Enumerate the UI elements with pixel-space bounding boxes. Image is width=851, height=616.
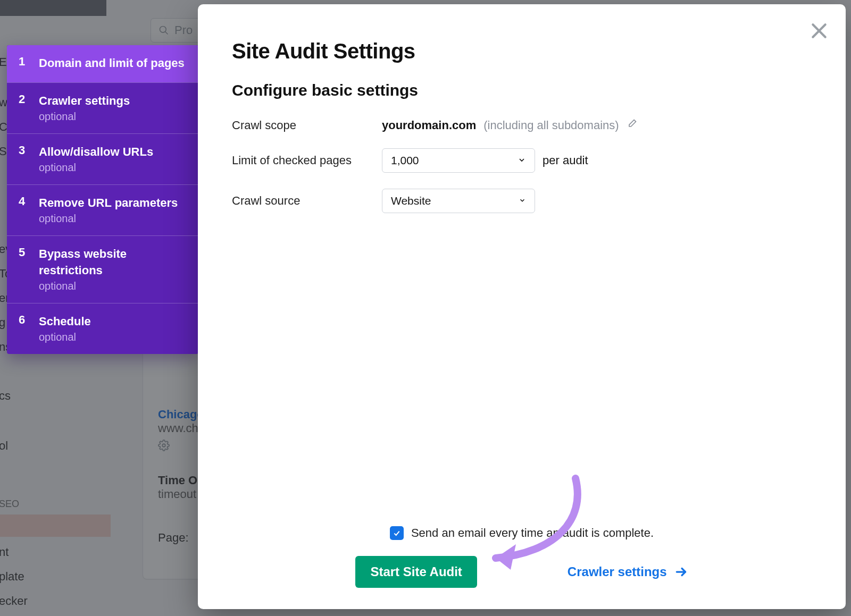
wizard-step-2[interactable]: 2 Crawler settings optional — [7, 82, 198, 133]
pencil-icon — [627, 119, 637, 129]
wizard-step-title: Bypass website restrictions — [39, 246, 188, 280]
wizard-steps: 1 Domain and limit of pages 2 Crawler se… — [7, 45, 198, 354]
wizard-step-1[interactable]: 1 Domain and limit of pages — [7, 45, 198, 82]
limit-suffix: per audit — [543, 154, 588, 167]
wizard-step-optional: optional — [39, 331, 188, 343]
crawl-scope-label: Crawl scope — [232, 119, 382, 132]
chevron-down-icon — [518, 154, 526, 167]
wizard-step-6[interactable]: 6 Schedule optional — [7, 303, 198, 354]
start-site-audit-button[interactable]: Start Site Audit — [355, 556, 477, 588]
wizard-step-number: 1 — [19, 55, 29, 69]
wizard-step-optional: optional — [39, 162, 188, 174]
limit-label: Limit of checked pages — [232, 154, 382, 167]
wizard-step-optional: optional — [39, 213, 188, 225]
edit-crawl-scope-button[interactable] — [627, 119, 637, 132]
wizard-step-number: 3 — [19, 144, 29, 157]
limit-select-value: 1,000 — [391, 154, 419, 167]
wizard-step-title: Allow/disallow URLs — [39, 144, 188, 161]
crawler-settings-link-label: Crawler settings — [568, 564, 667, 579]
limit-select[interactable]: 1,000 — [382, 148, 535, 173]
wizard-step-title: Crawler settings — [39, 92, 188, 109]
modal-title: Site Audit Settings — [232, 39, 812, 63]
source-select-value: Website — [391, 195, 431, 207]
crawl-scope-hint: (including all subdomains) — [483, 119, 619, 132]
wizard-step-number: 2 — [19, 92, 29, 106]
wizard-step-number: 5 — [19, 246, 29, 259]
wizard-step-title: Schedule — [39, 313, 188, 330]
chevron-down-icon — [519, 197, 526, 206]
email-on-complete-checkbox[interactable] — [390, 526, 404, 540]
modal-subtitle: Configure basic settings — [232, 81, 812, 99]
crawler-settings-link[interactable]: Crawler settings — [568, 564, 688, 579]
email-on-complete-label: Send an email every time an audit is com… — [411, 526, 654, 540]
crawl-scope-domain: yourdomain.com — [382, 119, 476, 132]
source-label: Crawl source — [232, 194, 382, 208]
wizard-step-5[interactable]: 5 Bypass website restrictions optional — [7, 235, 198, 303]
wizard-step-3[interactable]: 3 Allow/disallow URLs optional — [7, 133, 198, 184]
site-audit-settings-modal: Site Audit Settings Configure basic sett… — [198, 4, 846, 609]
wizard-step-number: 4 — [19, 195, 29, 208]
check-icon — [393, 529, 401, 537]
wizard-step-title: Domain and limit of pages — [39, 55, 188, 72]
wizard-step-4[interactable]: 4 Remove URL parameters optional — [7, 184, 198, 235]
wizard-step-title: Remove URL parameters — [39, 195, 188, 212]
wizard-step-optional: optional — [39, 280, 188, 292]
wizard-step-number: 6 — [19, 313, 29, 327]
wizard-step-optional: optional — [39, 111, 188, 123]
arrow-right-icon — [674, 565, 688, 579]
source-select[interactable]: Website — [382, 189, 535, 213]
